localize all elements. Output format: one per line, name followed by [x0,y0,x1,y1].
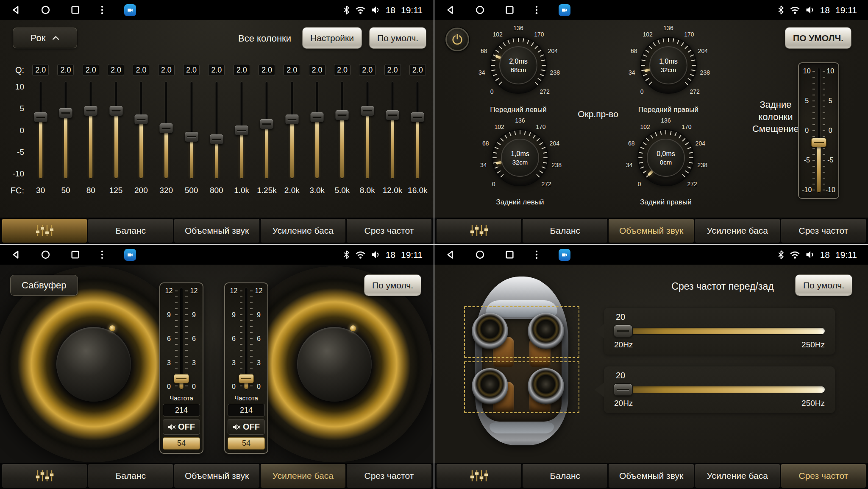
slider-knob[interactable] [160,123,173,133]
crossover-slider[interactable] [614,383,825,396]
eq-band-slider[interactable] [304,82,329,179]
q-value[interactable]: 2.0 [384,64,401,76]
eq-band-slider[interactable] [229,82,254,179]
menu-icon[interactable] [534,5,539,15]
q-value[interactable]: 2.0 [133,64,149,76]
tab-crossover[interactable]: Срез частот [347,464,431,488]
q-value[interactable]: 2.0 [259,64,275,76]
slider-knob[interactable] [336,110,349,120]
slider-track[interactable] [629,386,825,393]
eq-band-slider[interactable] [154,82,179,179]
home-icon[interactable] [475,250,485,260]
tab-bass-boost[interactable]: Усиление баса [695,219,780,243]
gauge-dial[interactable]: 034681021361702042382721,0ms32cm [622,26,715,105]
subwoofer-off-button[interactable]: OFF [163,419,200,435]
gauge-dial[interactable]: 034681021361702042382722,0ms68cm [472,26,565,105]
tab-crossover[interactable]: Срез частот [781,464,866,488]
slider-knob[interactable] [411,112,424,122]
slider-knob[interactable] [361,106,374,116]
gauge-dial[interactable]: 034681021361702042382721,0ms32cm [473,118,567,197]
slider-knob[interactable] [34,112,47,122]
tab-equalizer[interactable] [2,464,87,488]
front-speakers-zone[interactable] [464,306,579,358]
q-value[interactable]: 2.0 [234,64,250,76]
subwoofer-level-slider[interactable]: 129630129630 [163,286,200,391]
tab-equalizer[interactable] [437,219,521,243]
settings-button[interactable]: Настройки [303,28,362,48]
slider-knob[interactable] [134,115,147,124]
eq-band-slider[interactable] [279,82,304,179]
tab-balance[interactable]: Баланс [88,464,173,488]
q-value[interactable]: 2.0 [158,64,175,76]
tab-crossover[interactable]: Срез частот [347,219,431,243]
crossover-slider[interactable] [614,324,825,337]
recents-icon[interactable] [505,5,515,15]
subwoofer-off-button[interactable]: OFF [228,419,265,435]
app-icon[interactable] [124,249,136,261]
tab-balance[interactable]: Баланс [523,219,607,243]
rear-offset-slider[interactable]: 1050-5-101050-5-10 [798,62,839,199]
q-value[interactable]: 2.0 [183,64,200,76]
eq-band-slider[interactable] [355,82,380,179]
slider-knob[interactable] [174,374,189,383]
slider-knob[interactable] [185,132,198,142]
slider-knob[interactable] [311,112,324,122]
eq-band-slider[interactable] [78,82,103,179]
gauge-dial[interactable]: 034681021361702042382720,0ms0cm [619,118,712,197]
tab-bass-boost[interactable]: Усиление баса [261,464,345,488]
q-value[interactable]: 2.0 [32,64,49,76]
slider-knob[interactable] [285,115,298,124]
q-value[interactable]: 2.0 [284,64,300,76]
recents-icon[interactable] [70,250,80,260]
eq-band-slider[interactable] [103,82,128,179]
slider-knob[interactable] [59,108,72,118]
app-icon[interactable] [124,4,136,16]
eq-band-slider[interactable] [53,82,78,179]
tab-surround-sound[interactable]: Объемный звук [609,219,693,243]
slider-knob[interactable] [260,119,273,129]
preset-dropdown[interactable]: Рок [13,28,77,48]
recents-icon[interactable] [505,250,515,260]
default-button[interactable]: По умолч. [370,28,426,48]
q-value[interactable]: 2.0 [309,64,326,76]
subwoofer-button[interactable]: Сабвуфер [10,275,78,296]
tab-equalizer[interactable] [2,219,87,243]
default-button[interactable]: ПО УМОЛЧ. [785,28,851,48]
home-icon[interactable] [475,5,485,15]
rear-speakers-zone[interactable] [464,361,579,413]
back-icon[interactable] [11,250,21,260]
eq-band-slider[interactable] [405,82,430,179]
home-icon[interactable] [41,250,50,260]
slider-knob[interactable] [614,325,632,337]
recents-icon[interactable] [70,5,80,15]
slider-track[interactable] [629,328,825,334]
back-icon[interactable] [11,5,21,15]
tab-crossover[interactable]: Срез частот [781,219,866,243]
slider-knob[interactable] [386,110,399,120]
eq-band-slider[interactable] [28,82,53,179]
q-value[interactable]: 2.0 [108,64,124,76]
slider-knob[interactable] [109,106,122,116]
default-button[interactable]: По умолч. [364,275,421,296]
back-icon[interactable] [445,5,455,15]
slider-knob[interactable] [210,134,223,144]
back-icon[interactable] [445,250,455,260]
tab-balance[interactable]: Баланс [523,464,607,488]
q-value[interactable]: 2.0 [409,64,426,76]
app-icon[interactable] [559,249,570,261]
tab-surround-sound[interactable]: Объемный звук [609,464,693,488]
subwoofer-level-slider[interactable]: 129630129630 [228,286,265,391]
eq-band-slider[interactable] [179,82,204,179]
default-button[interactable]: По умолч. [796,275,852,296]
q-value[interactable]: 2.0 [208,64,225,76]
q-value[interactable]: 2.0 [57,64,74,76]
tab-surround-sound[interactable]: Объемный звук [174,464,259,488]
q-value[interactable]: 2.0 [334,64,351,76]
tab-bass-boost[interactable]: Усиление баса [695,464,780,488]
eq-band-slider[interactable] [380,82,405,179]
tab-surround-sound[interactable]: Объемный звук [174,219,259,243]
eq-band-slider[interactable] [254,82,279,179]
eq-band-slider[interactable] [128,82,153,179]
app-icon[interactable] [559,4,570,16]
eq-band-slider[interactable] [204,82,229,179]
